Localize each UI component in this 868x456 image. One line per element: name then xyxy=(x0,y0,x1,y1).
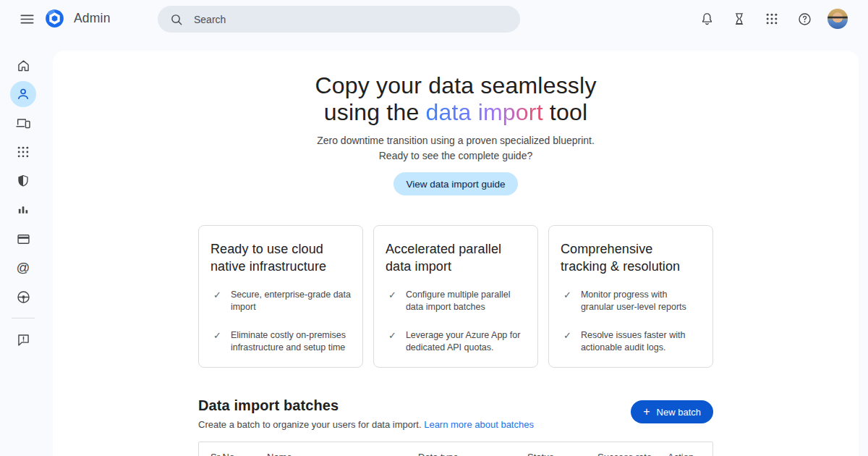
feature-card-infrastructure: Ready to use cloud native infrastructure… xyxy=(198,225,363,368)
sidebar-item-home[interactable] xyxy=(0,51,46,80)
column-header-data-type: Data type xyxy=(418,452,527,456)
batches-heading-block: Data import batches Create a batch to or… xyxy=(198,397,534,430)
reporting-bar-chart-icon xyxy=(16,203,30,217)
bullet-text: Resolve issues faster with actionable au… xyxy=(581,329,702,354)
sidebar: @ xyxy=(0,38,46,456)
sidebar-item-devices[interactable] xyxy=(0,109,46,138)
column-header-success-rate: Success rate xyxy=(597,452,668,456)
card-title: Ready to use cloud native infrastructure xyxy=(210,240,352,275)
table-header-row: Sr No. Name Data type Status Success rat… xyxy=(199,442,712,456)
card-title: Accelerated parallel data import xyxy=(386,240,527,275)
billing-card-icon xyxy=(16,232,31,247)
bullet-text: Leverage your Azure App for dedicated AP… xyxy=(406,329,527,354)
column-header-action: Action xyxy=(668,452,712,456)
bullet-text: Eliminate costly on-premises infrastruct… xyxy=(231,329,352,354)
home-icon xyxy=(16,58,31,73)
sidebar-item-directory[interactable] xyxy=(0,80,46,109)
batches-description: Create a batch to organize your users fo… xyxy=(198,419,534,430)
security-shield-icon xyxy=(16,174,30,188)
feedback-icon xyxy=(16,332,31,347)
plus-icon: + xyxy=(643,406,650,418)
subtitle-line-2: Ready to see the complete guide? xyxy=(379,150,532,161)
sidebar-item-support[interactable] xyxy=(0,282,46,311)
check-icon: ✓ xyxy=(210,329,221,342)
feature-card-tracking: Comprehensive tracking & resolution ✓ Mo… xyxy=(548,225,713,368)
sidebar-divider xyxy=(12,318,35,318)
check-icon: ✓ xyxy=(210,289,221,301)
at-sign-icon: @ xyxy=(17,261,30,275)
subtitle-line-1: Zero downtime transition using a proven … xyxy=(317,135,595,146)
sidebar-item-security[interactable] xyxy=(0,166,46,195)
title-line-2-prefix: using the xyxy=(324,99,426,125)
apps-grid-icon xyxy=(16,145,30,159)
tasks-button[interactable] xyxy=(730,9,749,28)
apps-grid-icon xyxy=(765,12,779,26)
data-import-batches-section: Data import batches Create a batch to or… xyxy=(198,397,713,456)
title-gradient-text: data import xyxy=(426,99,543,125)
card-bullet: ✓ Monitor progress with granular user-le… xyxy=(561,289,702,313)
title-line-2-suffix: tool xyxy=(543,99,587,125)
sidebar-item-billing[interactable] xyxy=(0,224,46,253)
card-bullet: ✓ Resolve issues faster with actionable … xyxy=(561,329,702,354)
hourglass-icon xyxy=(732,12,746,26)
title-line-1: Copy your data seamlessly xyxy=(315,72,596,98)
hero-subtitle: Zero downtime transition using a proven … xyxy=(53,133,859,164)
brand: Admin xyxy=(45,9,111,28)
apps-grid-button[interactable] xyxy=(762,9,781,28)
help-icon xyxy=(797,12,812,27)
app-name: Admin xyxy=(74,11,111,26)
column-header-status: Status xyxy=(527,452,597,456)
bullet-text: Secure, enterprise-grade data import xyxy=(231,289,352,313)
sidebar-item-reporting[interactable] xyxy=(0,195,46,224)
batches-title: Data import batches xyxy=(198,397,534,414)
page-title: Copy your data seamlessly using the data… xyxy=(53,72,859,126)
learn-more-link[interactable]: Learn more about batches xyxy=(424,419,534,430)
main-content-panel: Copy your data seamlessly using the data… xyxy=(53,51,859,456)
hamburger-icon xyxy=(19,11,35,28)
check-icon: ✓ xyxy=(561,329,571,342)
main-menu-button[interactable] xyxy=(17,10,36,28)
search-bar[interactable] xyxy=(158,6,520,33)
help-button[interactable] xyxy=(795,9,814,28)
batches-description-text: Create a batch to organize your users fo… xyxy=(198,419,424,430)
new-batch-label: New batch xyxy=(657,407,701,418)
view-guide-button[interactable]: View data import guide xyxy=(393,172,517,195)
top-app-bar: Admin xyxy=(0,0,868,38)
sidebar-item-account[interactable]: @ xyxy=(0,253,46,282)
sidebar-item-apps[interactable] xyxy=(0,138,46,166)
column-header-name: Name xyxy=(267,452,418,456)
directory-person-icon xyxy=(15,86,31,102)
sidebar-item-feedback[interactable] xyxy=(0,325,46,354)
card-bullet: ✓ Leverage your Azure App for dedicated … xyxy=(386,329,527,354)
admin-logo-icon xyxy=(45,9,64,28)
bullet-text: Configure multiple parallel data import … xyxy=(406,289,527,313)
card-title: Comprehensive tracking & resolution xyxy=(561,240,702,275)
search-icon xyxy=(169,12,184,27)
card-bullet: ✓ Eliminate costly on-premises infrastru… xyxy=(210,329,352,354)
check-icon: ✓ xyxy=(561,289,571,301)
column-header-sr-no: Sr No. xyxy=(210,452,267,456)
topbar-actions xyxy=(697,0,848,38)
feature-cards: Ready to use cloud native infrastructure… xyxy=(53,225,859,368)
check-icon: ✓ xyxy=(386,329,396,342)
devices-icon xyxy=(15,115,31,131)
avatar[interactable] xyxy=(827,9,848,29)
feature-card-parallel-import: Accelerated parallel data import ✓ Confi… xyxy=(373,225,538,368)
card-bullet: ✓ Secure, enterprise-grade data import xyxy=(210,289,352,313)
check-icon: ✓ xyxy=(386,289,396,301)
notifications-button[interactable] xyxy=(697,9,716,28)
bullet-text: Monitor progress with granular user-leve… xyxy=(581,289,702,313)
batches-table: Sr No. Name Data type Status Success rat… xyxy=(198,442,713,456)
card-bullet: ✓ Configure multiple parallel data impor… xyxy=(386,289,527,313)
hero-section: Copy your data seamlessly using the data… xyxy=(53,51,859,195)
bell-icon xyxy=(699,12,715,27)
new-batch-button[interactable]: + New batch xyxy=(631,400,713,423)
search-input[interactable] xyxy=(194,14,509,25)
support-wheel-icon xyxy=(16,290,31,305)
